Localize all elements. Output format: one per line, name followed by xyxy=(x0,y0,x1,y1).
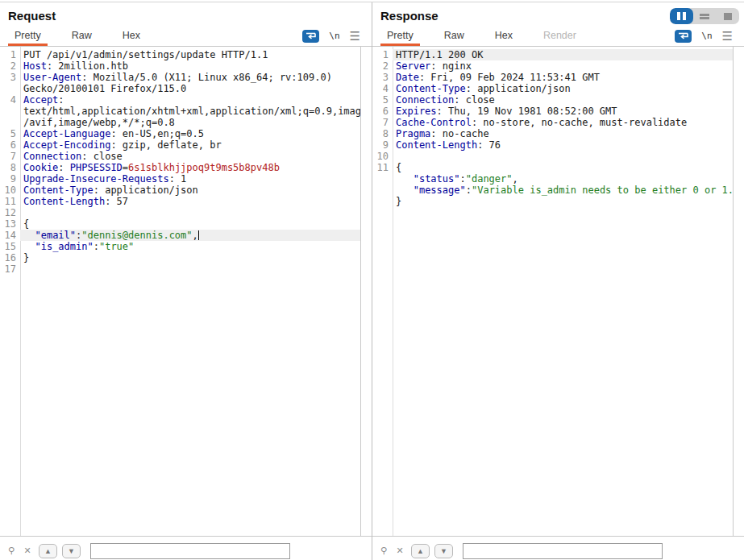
line-content xyxy=(20,263,360,275)
code-line[interactable]: 13{ xyxy=(0,218,360,230)
code-line[interactable]: 1HTTP/1.1 200 OK xyxy=(372,49,733,60)
line-number: 5 xyxy=(372,94,393,106)
line-content: Cookie: PHPSESSID=6s1sblkhjjpoq9t9ms5b8p… xyxy=(20,162,360,173)
line-content: Host: 2million.htb xyxy=(20,60,360,72)
layout-columns-button[interactable] xyxy=(670,8,693,24)
soft-wrap-icon[interactable] xyxy=(302,30,319,43)
code-line[interactable]: 8Pragma: no-cache xyxy=(372,128,733,139)
line-number: 3 xyxy=(0,72,20,83)
line-content: } xyxy=(20,252,360,263)
code-line[interactable]: 4Content-Type: application/json xyxy=(372,83,733,94)
code-line[interactable]: 10 xyxy=(372,151,733,162)
code-line[interactable]: "message":"Variable is_admin needs to be… xyxy=(372,185,733,196)
line-content: "status":"danger", xyxy=(393,173,733,185)
line-number: 17 xyxy=(0,263,20,275)
line-content: Accept-Encoding: gzip, deflate, br xyxy=(20,139,360,151)
code-line[interactable]: 6Accept-Encoding: gzip, deflate, br xyxy=(0,139,360,151)
request-editor[interactable]: 1PUT /api/v1/admin/settings/update HTTP/… xyxy=(0,47,361,537)
hamburger-icon[interactable]: ☰ xyxy=(350,32,360,40)
line-content: Upgrade-Insecure-Requests: 1 xyxy=(20,173,360,185)
hamburger-icon[interactable]: ☰ xyxy=(722,32,733,40)
code-line[interactable]: 2Server: nginx xyxy=(372,60,733,72)
code-line[interactable]: 5Connection: close xyxy=(372,94,733,106)
line-content: Date: Fri, 09 Feb 2024 11:53:41 GMT xyxy=(393,72,733,83)
request-pane: Request Pretty Raw Hex \n ☰ xyxy=(0,2,372,560)
code-line[interactable]: 3User-Agent: Mozilla/5.0 (X11; Linux x86… xyxy=(0,72,360,83)
line-number: 5 xyxy=(0,128,20,139)
code-line[interactable]: 2Host: 2million.htb xyxy=(0,60,360,72)
code-line[interactable]: 9Upgrade-Insecure-Requests: 1 xyxy=(0,173,360,185)
code-line[interactable]: 7Cache-Control: no-store, no-cache, must… xyxy=(372,117,733,128)
code-line[interactable]: 9Content-Length: 76 xyxy=(372,139,733,151)
code-line[interactable]: "status":"danger", xyxy=(372,173,733,185)
code-line[interactable]: 3Date: Fri, 09 Feb 2024 11:53:41 GMT xyxy=(372,72,733,83)
line-number: 15 xyxy=(0,241,20,252)
line-number: 4 xyxy=(372,83,393,94)
next-match-button[interactable]: ▼ xyxy=(62,544,81,558)
line-content: "message":"Variable is_admin needs to be… xyxy=(393,185,734,196)
line-content: PUT /api/v1/admin/settings/update HTTP/1… xyxy=(20,49,360,60)
line-content: "is_admin":"true" xyxy=(20,241,360,252)
prev-match-button[interactable]: ▲ xyxy=(411,544,430,558)
code-line[interactable]: 8Cookie: PHPSESSID=6s1sblkhjjpoq9t9ms5b8… xyxy=(0,162,360,173)
response-tab-render: Render xyxy=(537,27,583,46)
code-line[interactable]: 10Content-Type: application/json xyxy=(0,185,360,196)
show-newlines-icon[interactable]: \n xyxy=(701,31,712,41)
line-number: 14 xyxy=(0,230,20,241)
code-line[interactable]: Gecko/20100101 Firefox/115.0 xyxy=(0,83,360,94)
search-icon[interactable]: ⚲ xyxy=(377,545,390,556)
code-line[interactable]: 11Content-Length: 57 xyxy=(0,196,360,207)
code-line[interactable]: /avif,image/webp,*/*;q=0.8 xyxy=(0,117,360,128)
code-line[interactable]: 12 xyxy=(0,207,360,218)
close-icon[interactable]: ✕ xyxy=(21,545,34,556)
code-line[interactable]: 17 xyxy=(0,263,360,275)
request-search-bar: ⚲ ✕ ▲ ▼ xyxy=(0,536,372,560)
line-number: 11 xyxy=(0,196,20,207)
response-tabs-row: Pretty Raw Hex Render \n ☰ xyxy=(372,27,744,46)
code-line[interactable]: 11{ xyxy=(372,162,733,173)
line-content: Expires: Thu, 19 Nov 1981 08:52:00 GMT xyxy=(393,106,733,117)
request-tab-hex[interactable]: Hex xyxy=(116,27,147,46)
line-content: Gecko/20100101 Firefox/115.0 xyxy=(20,83,360,94)
line-number: 3 xyxy=(372,72,393,83)
line-number: 7 xyxy=(372,117,393,128)
soft-wrap-icon[interactable] xyxy=(675,30,692,43)
search-input[interactable] xyxy=(90,543,290,559)
response-tab-raw[interactable]: Raw xyxy=(438,27,471,46)
response-tab-pretty[interactable]: Pretty xyxy=(380,27,420,46)
line-number xyxy=(0,117,20,128)
line-number: 13 xyxy=(0,218,20,230)
request-tab-raw[interactable]: Raw xyxy=(65,27,98,46)
code-line[interactable]: 16} xyxy=(0,252,360,263)
line-content xyxy=(393,151,733,162)
code-line[interactable]: 5Accept-Language: en-US,en;q=0.5 xyxy=(0,128,360,139)
line-content: User-Agent: Mozilla/5.0 (X11; Linux x86_… xyxy=(20,72,360,83)
next-match-button[interactable]: ▼ xyxy=(434,544,453,558)
code-line[interactable]: 4Accept: xyxy=(0,94,360,106)
code-line[interactable]: 1PUT /api/v1/admin/settings/update HTTP/… xyxy=(0,49,360,60)
response-toolbar: \n ☰ xyxy=(675,30,744,46)
response-editor[interactable]: 1HTTP/1.1 200 OK2Server: nginx3Date: Fri… xyxy=(372,47,734,537)
code-line[interactable]: 6Expires: Thu, 19 Nov 1981 08:52:00 GMT xyxy=(372,106,733,117)
line-content: } xyxy=(393,196,733,207)
request-tab-pretty[interactable]: Pretty xyxy=(8,27,48,46)
line-content xyxy=(20,207,360,218)
code-line[interactable]: 15 "is_admin":"true" xyxy=(0,241,360,252)
layout-single-button[interactable] xyxy=(716,8,739,24)
line-content: Content-Length: 76 xyxy=(393,139,733,151)
code-line[interactable]: text/html,application/xhtml+xml,applicat… xyxy=(0,106,360,117)
close-icon[interactable]: ✕ xyxy=(393,545,406,556)
code-line[interactable]: } xyxy=(372,196,733,207)
layout-rows-button[interactable] xyxy=(693,8,717,24)
response-tab-hex[interactable]: Hex xyxy=(488,27,519,46)
code-line[interactable]: 14 "email":"dennis@dennis.com", xyxy=(0,230,360,241)
prev-match-button[interactable]: ▲ xyxy=(39,544,57,558)
search-icon[interactable]: ⚲ xyxy=(5,545,18,556)
line-content: "email":"dennis@dennis.com", xyxy=(20,230,360,241)
show-newlines-icon[interactable]: \n xyxy=(329,31,339,41)
layout-switcher xyxy=(670,8,739,24)
code-line[interactable]: 7Connection: close xyxy=(0,151,360,162)
request-title: Request xyxy=(8,9,372,23)
search-input[interactable] xyxy=(463,543,663,559)
line-content: Connection: close xyxy=(393,94,733,106)
